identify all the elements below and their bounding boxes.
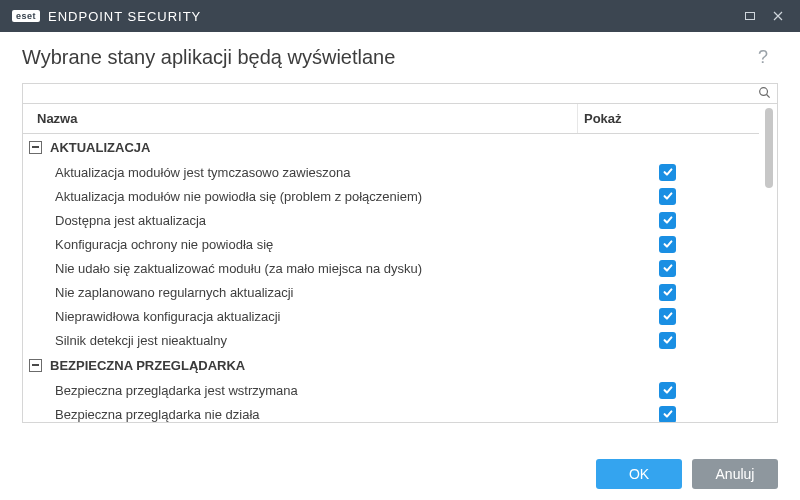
- collapse-icon[interactable]: [29, 359, 42, 372]
- state-name: Nieprawidłowa konfiguracja aktualizacji: [23, 309, 577, 324]
- group-row[interactable]: BEZPIECZNA PRZEGLĄDARKA: [23, 352, 759, 378]
- brand-text: ENDPOINT SECURITY: [48, 9, 201, 24]
- show-checkbox[interactable]: [659, 308, 676, 325]
- group-row[interactable]: AKTUALIZACJA: [23, 134, 759, 160]
- group-title: AKTUALIZACJA: [50, 140, 150, 155]
- svg-rect-0: [746, 13, 755, 20]
- minimize-button[interactable]: [736, 2, 764, 30]
- show-checkbox[interactable]: [659, 382, 676, 399]
- svg-point-1: [760, 87, 768, 95]
- table-row: Nieprawidłowa konfiguracja aktualizacji: [23, 304, 759, 328]
- group-title: BEZPIECZNA PRZEGLĄDARKA: [50, 358, 245, 373]
- table-row: Bezpieczna przeglądarka nie działa: [23, 402, 759, 422]
- titlebar: eset ENDPOINT SECURITY: [0, 0, 800, 32]
- table-row: Aktualizacja modułów nie powiodła się (p…: [23, 184, 759, 208]
- state-name: Dostępna jest aktualizacja: [23, 213, 577, 228]
- states-table: Nazwa Pokaż AKTUALIZACJAAktualizacja mod…: [22, 103, 778, 423]
- show-checkbox[interactable]: [659, 332, 676, 349]
- state-name: Bezpieczna przeglądarka nie działa: [23, 407, 577, 422]
- show-checkbox[interactable]: [659, 260, 676, 277]
- state-name: Nie zaplanowano regularnych aktualizacji: [23, 285, 577, 300]
- state-name: Aktualizacja modułów nie powiodła się (p…: [23, 189, 577, 204]
- search-bar[interactable]: [22, 83, 778, 103]
- dialog-footer: OK Anuluj: [0, 448, 800, 500]
- ok-button[interactable]: OK: [596, 459, 682, 489]
- show-checkbox[interactable]: [659, 188, 676, 205]
- table-row: Nie zaplanowano regularnych aktualizacji: [23, 280, 759, 304]
- show-checkbox[interactable]: [659, 406, 676, 423]
- collapse-icon[interactable]: [29, 141, 42, 154]
- scrollbar[interactable]: [759, 104, 777, 422]
- show-checkbox[interactable]: [659, 212, 676, 229]
- state-name: Nie udało się zaktualizować modułu (za m…: [23, 261, 577, 276]
- state-name: Bezpieczna przeglądarka jest wstrzymana: [23, 383, 577, 398]
- show-checkbox[interactable]: [659, 236, 676, 253]
- table-row: Aktualizacja modułów jest tymczasowo zaw…: [23, 160, 759, 184]
- page-title: Wybrane stany aplikacji będą wyświetlane: [22, 46, 756, 69]
- table-row: Dostępna jest aktualizacja: [23, 208, 759, 232]
- help-icon[interactable]: ?: [756, 47, 770, 68]
- state-name: Konfiguracja ochrony nie powiodła się: [23, 237, 577, 252]
- brand-badge: eset: [12, 10, 40, 22]
- table-row: Silnik detekcji jest nieaktualny: [23, 328, 759, 352]
- state-name: Silnik detekcji jest nieaktualny: [23, 333, 577, 348]
- dialog-header: Wybrane stany aplikacji będą wyświetlane…: [0, 32, 800, 77]
- column-header-show[interactable]: Pokaż: [577, 104, 759, 133]
- search-icon: [758, 85, 771, 103]
- close-button[interactable]: [764, 2, 792, 30]
- cancel-button[interactable]: Anuluj: [692, 459, 778, 489]
- show-checkbox[interactable]: [659, 164, 676, 181]
- table-row: Nie udało się zaktualizować modułu (za m…: [23, 256, 759, 280]
- table-row: Bezpieczna przeglądarka jest wstrzymana: [23, 378, 759, 402]
- show-checkbox[interactable]: [659, 284, 676, 301]
- table-row: Konfiguracja ochrony nie powiodła się: [23, 232, 759, 256]
- table-header: Nazwa Pokaż: [23, 104, 759, 134]
- column-header-name[interactable]: Nazwa: [23, 111, 577, 126]
- scrollbar-thumb[interactable]: [765, 108, 773, 188]
- state-name: Aktualizacja modułów jest tymczasowo zaw…: [23, 165, 577, 180]
